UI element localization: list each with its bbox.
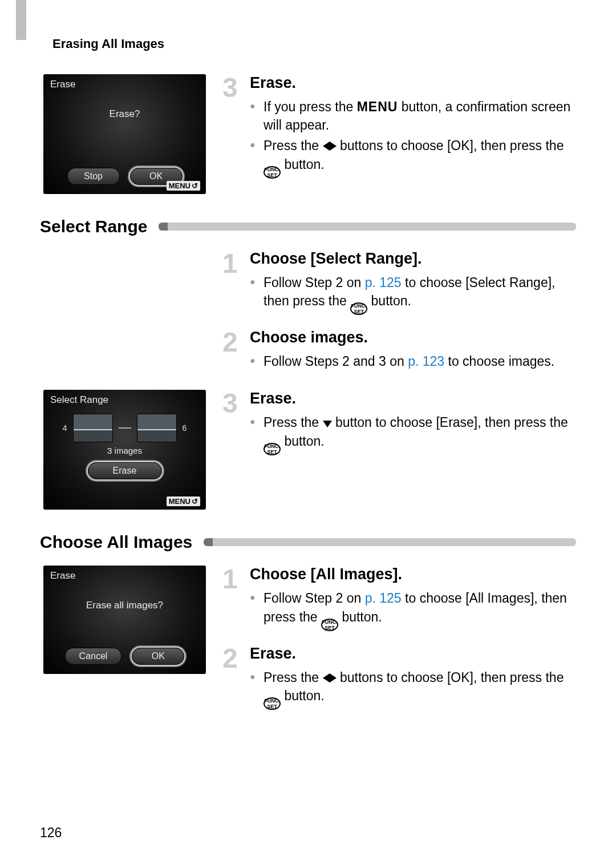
step-number: 3 — [222, 74, 250, 181]
instruction-text: If you press the MENU button, a confirma… — [264, 98, 576, 134]
thumbnail — [137, 414, 177, 442]
right-arrow-icon — [330, 142, 337, 151]
instruction-text: Follow Step 2 on p. 125 to choose [All I… — [264, 589, 576, 631]
left-arrow-icon — [323, 673, 330, 683]
instruction-text: Press the buttons to choose [OK], then p… — [264, 136, 576, 178]
bullet-icon: ● — [250, 413, 264, 455]
page-link[interactable]: p. 125 — [365, 591, 402, 605]
down-arrow-icon — [323, 421, 332, 427]
instruction-text: Press the button to choose [Erase], then… — [264, 413, 576, 455]
instruction-text: Follow Step 2 on p. 125 to choose [Selec… — [264, 273, 576, 315]
func-set-icon: FUNC.SET — [264, 697, 281, 710]
lcd-title: Erase — [50, 570, 199, 582]
lcd-erase-confirm: Erase Erase? Stop OK MENU↺ — [43, 74, 206, 194]
page-header: Erasing All Images — [52, 37, 576, 51]
lcd-title: Erase — [50, 79, 199, 90]
range-start-num: 4 — [63, 423, 67, 433]
instruction-text: Press the buttons to choose [OK], then p… — [264, 668, 576, 710]
step-title: Choose images. — [250, 329, 576, 346]
step-number: 3 — [222, 390, 250, 457]
bullet-icon: ● — [250, 273, 264, 315]
lcd-select-range: Select Range 4 6 3 images Erase MENU↺ — [43, 390, 206, 510]
bullet-icon: ● — [250, 668, 264, 710]
step-title: Choose [All Images]. — [250, 566, 576, 583]
instruction-text: Follow Steps 2 and 3 on p. 123 to choose… — [264, 352, 576, 370]
thumbnail — [73, 414, 113, 442]
range-line-icon — [119, 427, 131, 429]
step-number: 2 — [222, 645, 250, 712]
step-title: Erase. — [250, 645, 576, 663]
menu-label: MENU — [169, 181, 191, 190]
stop-button[interactable]: Stop — [67, 168, 120, 185]
divider — [204, 538, 576, 546]
step-number: 1 — [222, 566, 250, 633]
section-heading-select-range: Select Range — [40, 217, 147, 236]
step-number: 2 — [222, 329, 250, 373]
func-set-icon: FUNC.SET — [264, 443, 281, 455]
bullet-icon: ● — [250, 136, 264, 178]
menu-label: MENU — [357, 99, 398, 114]
ok-button[interactable]: OK — [132, 648, 184, 665]
lcd-erase-all: Erase Erase all images? Cancel OK — [43, 566, 206, 674]
func-set-icon: FUNC.SET — [321, 619, 338, 631]
menu-back-icon: MENU↺ — [167, 496, 200, 506]
bullet-icon: ● — [250, 98, 264, 134]
lcd-prompt: Erase all images? — [50, 600, 199, 611]
step-number: 1 — [222, 250, 250, 317]
step-title: Erase. — [250, 74, 576, 92]
section-heading-all-images: Choose All Images — [40, 532, 192, 552]
lcd-title: Select Range — [50, 394, 199, 406]
menu-label: MENU — [169, 497, 191, 506]
erase-button[interactable]: Erase — [88, 462, 162, 479]
page-number: 126 — [40, 825, 62, 841]
divider — [159, 223, 576, 231]
left-arrow-icon — [323, 142, 330, 151]
bullet-icon: ● — [250, 352, 264, 370]
lcd-prompt: Erase? — [50, 108, 199, 120]
image-count: 3 images — [50, 446, 199, 455]
cancel-button[interactable]: Cancel — [65, 648, 122, 665]
func-set-icon: FUNC.SET — [264, 166, 281, 179]
step-title: Erase. — [250, 390, 576, 407]
page-link[interactable]: p. 125 — [365, 275, 402, 290]
menu-back-icon: MENU↺ — [167, 181, 200, 191]
range-end-num: 6 — [183, 423, 187, 433]
func-set-icon: FUNC.SET — [350, 302, 367, 315]
sidebar-tab — [16, 0, 26, 40]
right-arrow-icon — [330, 673, 337, 683]
page-link[interactable]: p. 123 — [408, 354, 444, 369]
bullet-icon: ● — [250, 589, 264, 631]
step-title: Choose [Select Range]. — [250, 250, 576, 268]
